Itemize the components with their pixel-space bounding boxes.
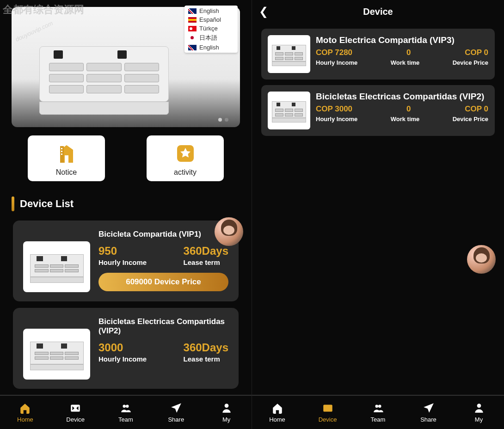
nav-label: Share [168, 416, 184, 423]
activity-tile[interactable]: activity [147, 135, 224, 181]
activity-icon [174, 142, 197, 165]
nav-device[interactable]: Device [302, 396, 353, 429]
uk-flag-icon [188, 8, 197, 14]
hourly-income-label: Hourly Income [98, 258, 147, 266]
nav-label: My [222, 416, 230, 423]
hourly-income-label: Hourly Income [316, 116, 357, 123]
home-icon [270, 402, 284, 414]
device-list-card[interactable]: Bicicleta Compartida (VIP1) 950Hourly In… [13, 221, 239, 301]
jp-flag-icon [188, 35, 197, 41]
lang-label: English [199, 7, 219, 14]
hourly-income-label: Hourly Income [316, 59, 357, 66]
device-price-value: COP 0 [465, 104, 488, 114]
lang-item-espanol[interactable]: Español [184, 15, 238, 24]
device-page-card[interactable]: Moto Electrica Compartida (VIP3) COP 728… [261, 29, 495, 80]
svg-point-6 [224, 404, 228, 408]
nav-label: Home [17, 416, 33, 423]
hourly-income-value: COP 3000 [316, 104, 352, 114]
svg-rect-2 [61, 151, 62, 152]
es-flag-icon [188, 17, 197, 23]
share-icon [422, 402, 436, 414]
nav-home[interactable]: Home [0, 396, 50, 429]
back-button[interactable]: ❮ [259, 5, 268, 18]
device-name: Bicicletas Electricas Compartidas (VIP2) [98, 317, 228, 336]
nav-team[interactable]: Team [101, 396, 151, 429]
language-menu[interactable]: English Español Türkçe 日本語 English [184, 6, 238, 53]
nav-label: Home [269, 416, 285, 423]
lang-item-turkce[interactable]: Türkçe [184, 24, 238, 33]
lang-item-japanese[interactable]: 日本語 [184, 33, 238, 43]
device-image [268, 35, 310, 73]
nav-label: Team [118, 416, 133, 423]
device-page-card[interactable]: Bicicletas Electricas Compartidas (VIP2)… [261, 85, 495, 136]
svg-rect-3 [61, 153, 62, 155]
device-price-button[interactable]: 609000 Device Price [98, 273, 228, 291]
hourly-income-value: COP 7280 [316, 48, 352, 57]
team-icon [119, 402, 133, 414]
activity-label: activity [151, 168, 219, 177]
lang-label: 日本語 [199, 34, 217, 42]
svg-rect-1 [61, 148, 62, 149]
tr-flag-icon [188, 26, 197, 31]
my-icon [220, 402, 234, 414]
nav-label: My [475, 416, 483, 423]
notice-tile[interactable]: Notice [28, 135, 105, 181]
bottom-nav: Home Device Team Share My [252, 395, 504, 429]
device-name: Moto Electrica Compartida (VIP3) [316, 35, 488, 45]
hourly-income-value: 3000 [98, 341, 147, 354]
nav-home[interactable]: Home [252, 396, 302, 429]
section-header: Device List [0, 190, 252, 217]
svg-rect-5 [71, 404, 80, 411]
lease-term-value: 360Days [184, 341, 228, 354]
notice-icon [55, 142, 78, 165]
header: ❮ Device [252, 0, 504, 23]
hero-device-image [39, 46, 169, 116]
hourly-income-label: Hourly Income [98, 355, 147, 363]
svg-rect-7 [323, 404, 332, 411]
device-list-card[interactable]: Bicicletas Electricas Compartidas (VIP2)… [13, 308, 239, 389]
share-icon [169, 402, 183, 414]
nav-team[interactable]: Team [353, 396, 403, 429]
device-icon [321, 402, 335, 414]
device-name: Bicicleta Compartida (VIP1) [98, 230, 228, 239]
support-avatar[interactable] [215, 217, 243, 246]
work-time-value: 0 [406, 104, 411, 114]
svg-point-8 [477, 404, 481, 408]
my-icon [472, 402, 486, 414]
bottom-nav: Home Device Team Share My [0, 395, 252, 429]
team-icon [371, 402, 385, 414]
nav-my[interactable]: My [454, 396, 504, 429]
lang-label: Türkçe [199, 25, 218, 32]
device-price-value: COP 0 [465, 48, 488, 57]
device-price-label: Device Price [453, 116, 488, 123]
notice-label: Notice [32, 168, 100, 177]
section-bar-icon [12, 196, 14, 211]
device-icon [68, 402, 82, 414]
nav-share[interactable]: Share [151, 396, 201, 429]
nav-device[interactable]: Device [50, 396, 101, 429]
nav-label: Device [319, 416, 337, 423]
page-title: Device [363, 6, 393, 17]
lang-label: English [199, 44, 219, 51]
lease-term-value: 360Days [184, 245, 228, 257]
hourly-income-value: 950 [98, 245, 147, 257]
device-image [23, 241, 90, 292]
device-image [23, 329, 90, 380]
nav-label: Team [371, 416, 386, 423]
lease-term-label: Lease term [184, 258, 228, 266]
work-time-label: Work time [391, 59, 420, 66]
lang-item-english2[interactable]: English [184, 43, 238, 52]
lease-term-label: Lease term [184, 355, 228, 363]
device-image [268, 92, 310, 129]
lang-label: Español [199, 16, 221, 23]
section-title: Device List [20, 198, 74, 210]
work-time-value: 0 [406, 48, 411, 57]
nav-share[interactable]: Share [403, 396, 454, 429]
nav-label: Share [420, 416, 436, 423]
device-price-label: Device Price [453, 59, 488, 66]
device-name: Bicicletas Electricas Compartidas (VIP2) [316, 92, 488, 102]
carousel-dots[interactable] [218, 118, 228, 122]
support-avatar[interactable] [467, 245, 496, 274]
nav-my[interactable]: My [201, 396, 252, 429]
lang-item-english[interactable]: English [184, 6, 238, 15]
